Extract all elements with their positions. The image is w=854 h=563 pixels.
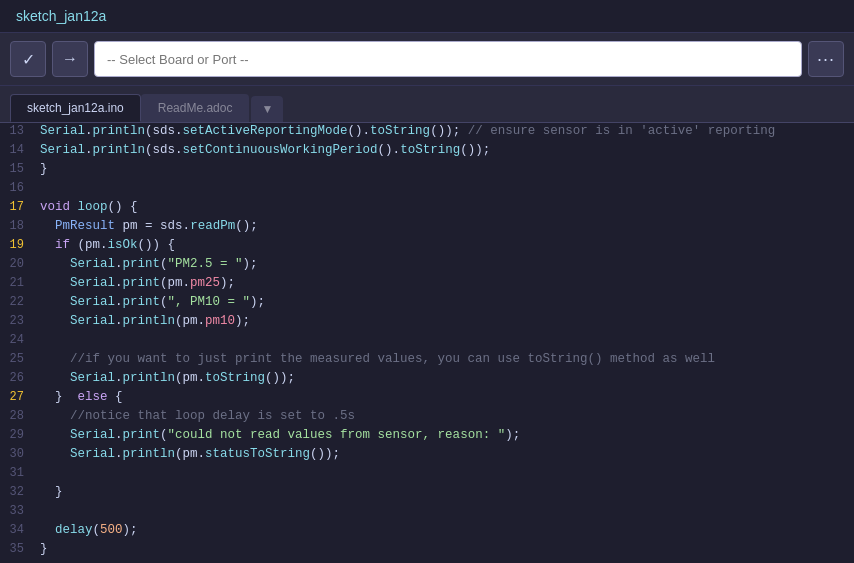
code-line: 32 } [0, 484, 854, 503]
line-content: Serial.println(pm.toString()); [36, 371, 854, 385]
code-line: 35} [0, 541, 854, 560]
code-line: 17void loop() { [0, 199, 854, 218]
code-line: 22 Serial.print(", PM10 = "); [0, 294, 854, 313]
code-line: 31 [0, 465, 854, 484]
toolbar: ✓ → ··· [0, 32, 854, 86]
line-number: 21 [0, 275, 36, 290]
line-content: Serial.println(pm.statusToString()); [36, 447, 854, 461]
code-line: 25 //if you want to just print the measu… [0, 351, 854, 370]
code-line: 29 Serial.print("could not read values f… [0, 427, 854, 446]
code-line: 30 Serial.println(pm.statusToString()); [0, 446, 854, 465]
line-content: Serial.print(pm.pm25); [36, 276, 854, 290]
line-number: 19 [0, 237, 36, 252]
line-number: 17 [0, 199, 36, 214]
code-line: 13Serial.println(sds.setActiveReportingM… [0, 123, 854, 142]
line-number: 27 [0, 389, 36, 404]
line-content: Serial.print("PM2.5 = "); [36, 257, 854, 271]
line-number: 18 [0, 218, 36, 233]
tab-dropdown-button[interactable]: ▼ [251, 96, 283, 122]
tab-dropdown-icon: ▼ [261, 102, 273, 116]
more-options-button[interactable]: ··· [808, 41, 844, 77]
line-number: 34 [0, 522, 36, 537]
line-content: Serial.print("could not read values from… [36, 428, 854, 442]
line-content: if (pm.isOk()) { [36, 238, 854, 252]
tab-readme-label: ReadMe.adoc [158, 101, 233, 115]
line-number: 30 [0, 446, 36, 461]
line-number: 16 [0, 180, 36, 195]
code-editor: 13Serial.println(sds.setActiveReportingM… [0, 123, 854, 560]
line-number: 25 [0, 351, 36, 366]
line-number: 14 [0, 142, 36, 157]
code-line: 27 } else { [0, 389, 854, 408]
upload-icon: → [62, 50, 78, 68]
title-bar: sketch_jan12a [0, 0, 854, 32]
code-line: 15} [0, 161, 854, 180]
code-line: 28 //notice that loop delay is set to .5… [0, 408, 854, 427]
line-content: } [36, 485, 854, 499]
line-content: } [36, 542, 854, 556]
code-line: 18 PmResult pm = sds.readPm(); [0, 218, 854, 237]
line-content: Serial.println(sds.setActiveReportingMod… [36, 124, 854, 138]
line-number: 26 [0, 370, 36, 385]
line-content: PmResult pm = sds.readPm(); [36, 219, 854, 233]
upload-button[interactable]: → [52, 41, 88, 77]
tab-ino-label: sketch_jan12a.ino [27, 101, 124, 115]
line-number: 23 [0, 313, 36, 328]
code-line: 23 Serial.println(pm.pm10); [0, 313, 854, 332]
code-line: 24 [0, 332, 854, 351]
line-number: 15 [0, 161, 36, 176]
line-number: 32 [0, 484, 36, 499]
code-line: 26 Serial.println(pm.toString()); [0, 370, 854, 389]
code-line: 20 Serial.print("PM2.5 = "); [0, 256, 854, 275]
line-number: 31 [0, 465, 36, 480]
tabs-bar: sketch_jan12a.ino ReadMe.adoc ▼ [0, 86, 854, 123]
line-content: } else { [36, 390, 854, 404]
board-select-input[interactable] [94, 41, 802, 77]
line-content: //notice that loop delay is set to .5s [36, 409, 854, 423]
more-icon: ··· [817, 49, 835, 70]
code-line: 19 if (pm.isOk()) { [0, 237, 854, 256]
sketch-title: sketch_jan12a [16, 8, 106, 24]
line-content: delay(500); [36, 523, 854, 537]
code-line: 21 Serial.print(pm.pm25); [0, 275, 854, 294]
verify-icon: ✓ [22, 50, 35, 69]
code-line: 33 [0, 503, 854, 522]
line-number: 22 [0, 294, 36, 309]
tab-ino[interactable]: sketch_jan12a.ino [10, 94, 141, 122]
line-number: 33 [0, 503, 36, 518]
line-content: Serial.println(sds.setContinuousWorkingP… [36, 143, 854, 157]
line-number: 24 [0, 332, 36, 347]
line-number: 20 [0, 256, 36, 271]
line-content: //if you want to just print the measured… [36, 352, 854, 366]
code-line: 16 [0, 180, 854, 199]
line-number: 28 [0, 408, 36, 423]
line-content: void loop() { [36, 200, 854, 214]
code-line: 14Serial.println(sds.setContinuousWorkin… [0, 142, 854, 161]
tab-readme[interactable]: ReadMe.adoc [141, 94, 250, 122]
verify-button[interactable]: ✓ [10, 41, 46, 77]
line-content: Serial.println(pm.pm10); [36, 314, 854, 328]
code-line: 34 delay(500); [0, 522, 854, 541]
line-number: 13 [0, 123, 36, 138]
line-content: Serial.print(", PM10 = "); [36, 295, 854, 309]
line-number: 35 [0, 541, 36, 556]
line-content: } [36, 162, 854, 176]
line-number: 29 [0, 427, 36, 442]
